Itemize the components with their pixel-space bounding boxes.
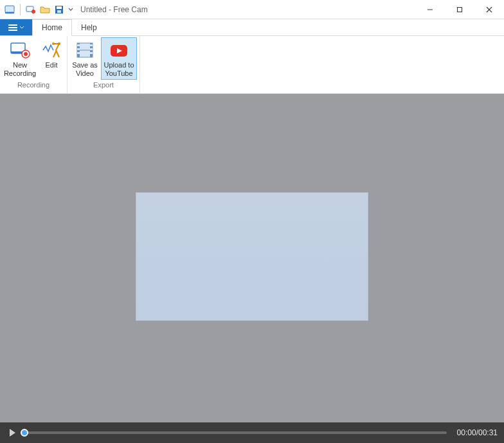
group-label-recording: Recording	[3, 80, 64, 90]
window-title: Untitled - Free Cam	[80, 5, 148, 14]
tab-help[interactable]: Help	[72, 19, 107, 35]
svg-point-17	[24, 52, 28, 56]
svg-rect-0	[5, 6, 14, 12]
file-tab[interactable]	[0, 19, 32, 35]
title-bar: Untitled - Free Cam	[0, 0, 504, 19]
chevron-down-icon	[20, 26, 24, 30]
new-recording-qat-icon[interactable]	[25, 4, 37, 15]
minimize-button[interactable]	[415, 0, 445, 19]
time-current: 00:00	[457, 428, 476, 437]
new-recording-label-1: New	[13, 61, 27, 69]
close-button[interactable]	[474, 0, 504, 19]
file-menu-icon	[8, 24, 17, 32]
ribbon-tabs: Home Help	[0, 19, 504, 36]
svg-rect-23	[77, 44, 80, 46]
svg-rect-12	[8, 27, 17, 28]
svg-rect-8	[458, 7, 462, 12]
group-label-export: Export	[70, 80, 137, 90]
playback-bar: 00:00/00:31	[0, 422, 504, 443]
tab-home[interactable]: Home	[32, 19, 72, 36]
save-as-video-button[interactable]: Save as Video	[70, 37, 100, 80]
new-recording-label-2: Recording	[4, 69, 36, 78]
app-icon	[4, 4, 15, 15]
edit-label: Edit	[46, 61, 58, 69]
svg-rect-26	[90, 44, 93, 46]
svg-rect-13	[8, 30, 17, 31]
new-recording-icon	[10, 39, 30, 61]
seek-knob[interactable]	[21, 429, 28, 437]
svg-rect-27	[90, 48, 93, 50]
svg-rect-5	[57, 6, 62, 9]
svg-rect-25	[77, 52, 80, 54]
seek-slider[interactable]	[24, 431, 447, 434]
qat-customize-icon[interactable]	[68, 4, 74, 15]
upload-youtube-label-2: YouTube	[105, 69, 132, 78]
svg-rect-11	[8, 24, 17, 26]
svg-point-3	[32, 10, 35, 14]
save-as-video-label-2: Video	[76, 69, 94, 78]
svg-rect-6	[57, 10, 61, 13]
ribbon-group-recording: New Recording Edit Recording	[0, 36, 68, 93]
maximize-button[interactable]	[445, 0, 474, 19]
new-recording-button[interactable]: New Recording	[3, 37, 37, 80]
svg-rect-24	[77, 48, 80, 50]
svg-rect-28	[90, 52, 93, 54]
ribbon-group-export: Save as Video Upload to YouTube Export	[68, 36, 140, 93]
upload-youtube-label-1: Upload to	[104, 61, 134, 69]
qat-separator	[20, 4, 21, 15]
time-display: 00:00/00:31	[457, 428, 498, 437]
svg-rect-1	[5, 12, 14, 14]
youtube-icon	[108, 39, 130, 61]
svg-point-19	[58, 42, 60, 45]
play-button[interactable]	[6, 427, 18, 438]
time-total: 00:31	[478, 428, 498, 437]
open-qat-icon[interactable]	[39, 4, 51, 15]
save-as-video-label-1: Save as	[72, 61, 98, 69]
save-qat-icon[interactable]	[53, 4, 65, 15]
ribbon: New Recording Edit Recording	[0, 36, 504, 94]
video-preview-area	[0, 94, 504, 422]
edit-button[interactable]: Edit	[39, 37, 64, 80]
edit-icon	[42, 39, 61, 61]
svg-point-18	[52, 42, 55, 45]
play-icon	[8, 428, 17, 437]
video-preview-thumbnail[interactable]	[136, 192, 368, 321]
film-icon	[75, 39, 94, 61]
upload-to-youtube-button[interactable]: Upload to YouTube	[101, 37, 137, 80]
